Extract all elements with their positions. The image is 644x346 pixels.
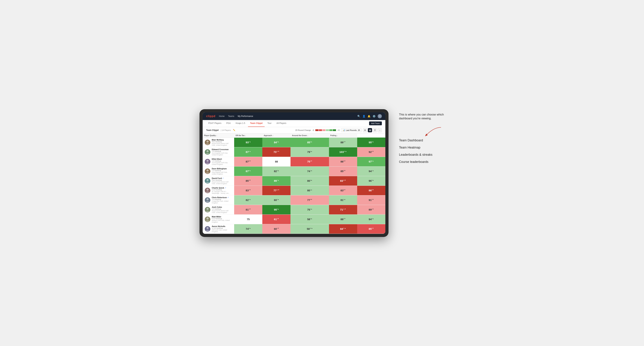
- grid-view-btn[interactable]: ⊞: [363, 128, 367, 132]
- score-value: 84: [340, 227, 343, 230]
- stat-cell: 866▼: [329, 157, 357, 166]
- col-header-tee[interactable]: Off the Tee ↓: [234, 134, 262, 138]
- bell-icon[interactable]: 🔔: [368, 115, 370, 118]
- settings-icon[interactable]: ⚙️: [372, 115, 376, 118]
- tab-tour[interactable]: Tour: [265, 120, 274, 127]
- score-value: 85: [307, 141, 310, 144]
- user-icon[interactable]: 👤: [362, 115, 366, 118]
- players-table: Player Quality ↓ Off the Tee ↓ Approach …: [203, 134, 385, 234]
- table-row[interactable]: David Ford ✓ Plus Handicap Royal North D…: [203, 176, 385, 185]
- score-value: 60: [274, 198, 277, 201]
- table-row[interactable]: Dave Billingham 1-5 Handicap Gog Magog G…: [203, 166, 385, 176]
- annotation-leaderboards: Leaderboards & streaks: [399, 153, 444, 157]
- player-name[interactable]: Aaron Nicholls: [212, 225, 232, 227]
- player-name[interactable]: Charlie Quick ✓: [212, 187, 232, 189]
- tab-pgat[interactable]: PGAT Players: [206, 120, 224, 127]
- player-handicap: Plus Handicap: [212, 179, 232, 181]
- add-team-button[interactable]: Add Team: [369, 121, 382, 125]
- player-name[interactable]: Edward Crossman: [212, 148, 232, 151]
- player-name[interactable]: Dave Billingham: [212, 168, 232, 170]
- svg-point-0: [206, 141, 208, 143]
- player-avatar: [205, 188, 210, 193]
- score-value: 77: [274, 189, 276, 192]
- stat-cell: 873▼: [234, 157, 262, 166]
- table-row[interactable]: Charlie Quick ✓ 6-10 Handicap St. George…: [203, 185, 385, 195]
- stat-cell: 7111▼: [329, 205, 357, 214]
- nav-link-home[interactable]: Home: [219, 115, 224, 117]
- search-icon[interactable]: 🔍: [357, 115, 360, 118]
- svg-point-10: [206, 188, 208, 191]
- player-club: Gog Magog Golf Club, United Kingdom: [212, 172, 232, 175]
- player-name[interactable]: Elliot Ebert: [212, 158, 232, 160]
- stat-cell: 75: [234, 214, 262, 224]
- player-info: Josh Coles 1-5 Handicap Royal North Devo…: [212, 206, 232, 213]
- player-avatar: [205, 169, 210, 174]
- table-row[interactable]: Chris Robertson ✓ 1-5 Handicap Craigmill…: [203, 195, 385, 205]
- player-info: David Ford ✓ Plus Handicap Royal North D…: [212, 177, 232, 184]
- stat-cell: 846▲: [262, 138, 290, 147]
- stat-cell: 5810▲: [290, 224, 329, 234]
- score-value: 83: [340, 179, 343, 182]
- player-name[interactable]: Matt Miller: [212, 216, 232, 218]
- col-header-approach[interactable]: Approach ↓: [262, 134, 290, 138]
- score-value: 89: [369, 208, 372, 211]
- stat-cell: 814▲: [329, 195, 357, 205]
- player-handicap: 11-15 Handicap: [212, 227, 232, 229]
- table-row[interactable]: Matt Miller 6-10 Handicap Woburn Golf Cl…: [203, 214, 385, 224]
- table-row[interactable]: Blair McHarg Plus Handicap Royal North D…: [203, 138, 385, 147]
- nav-link-teams[interactable]: Teams: [228, 115, 234, 117]
- tab-pga[interactable]: PGA: [224, 120, 233, 127]
- player-handicap: 1-5 Handicap: [212, 208, 232, 210]
- table-row[interactable]: Josh Coles 1-5 Handicap Royal North Devo…: [203, 205, 385, 214]
- score-value: 71: [340, 208, 343, 211]
- list-view-btn[interactable]: ☰: [373, 128, 377, 132]
- download-btn[interactable]: ↓: [378, 128, 382, 132]
- edit-icon[interactable]: ✏️: [233, 129, 235, 131]
- player-cell: David Ford ✓ Plus Handicap Royal North D…: [203, 176, 234, 185]
- last-rounds-button[interactable]: 📊 Last Rounds: 20: [341, 128, 362, 132]
- svg-point-12: [206, 198, 208, 200]
- tab-hcaps[interactable]: Hcaps 1-5: [234, 120, 247, 127]
- stat-cell: 8310▼: [329, 176, 357, 185]
- avatar[interactable]: U: [378, 114, 382, 118]
- score-value: 82: [246, 198, 249, 201]
- stat-cell: 868▼: [357, 185, 385, 195]
- player-name[interactable]: Blair McHarg: [212, 139, 232, 141]
- col-header-player[interactable]: Player Quality ↓: [203, 134, 234, 138]
- table-container: Player Quality ↓ Off the Tee ↓ Approach …: [203, 134, 385, 234]
- score-value: 73: [274, 151, 276, 154]
- stat-cell: 613▼: [262, 214, 290, 224]
- player-club: Sunningdale Golf Club, United Kingdom: [212, 152, 232, 156]
- green-mid-block: [329, 129, 332, 131]
- svg-point-15: [206, 211, 209, 212]
- stat-cell: 602▲: [262, 195, 290, 205]
- nav-link-performance[interactable]: My Performance: [238, 115, 253, 117]
- tab-all-players[interactable]: All Players: [274, 120, 288, 127]
- score-value: 85: [340, 170, 344, 173]
- annotation-team-dashboard: Team Dashboard: [399, 139, 444, 142]
- sub-header: Team Clippd | 14 Players ✏️ 20 Round Cha…: [203, 127, 385, 134]
- player-name[interactable]: David Ford ✓: [212, 177, 232, 179]
- stat-cell: 601▼: [262, 224, 290, 234]
- player-name[interactable]: Josh Coles: [212, 206, 232, 208]
- annotation-callout: This is where you can choose which dashb…: [399, 113, 444, 121]
- player-club: Sunningdale Golf Club, United Kingdom: [212, 162, 232, 165]
- stat-cell: 959▲: [357, 138, 385, 147]
- red-light-block: [322, 129, 326, 131]
- tab-team-clippd[interactable]: Team Clippd: [248, 120, 264, 127]
- score-value: 87: [246, 160, 249, 163]
- stat-cell: 897▲: [262, 176, 290, 185]
- heatmap-view-btn[interactable]: ▦: [368, 128, 372, 132]
- color-bar: [315, 129, 336, 131]
- stat-cell: 881▼: [329, 138, 357, 147]
- table-row[interactable]: Aaron Nicholls 11-15 Handicap Drift Golf…: [203, 224, 385, 234]
- col-header-around[interactable]: Around the Green ↓: [290, 134, 329, 138]
- stat-cell: 799▲: [290, 147, 329, 157]
- col-header-putting[interactable]: Putting ↓: [329, 134, 357, 138]
- table-row[interactable]: Elliot Ebert 1-5 Handicap Sunningdale Go…: [203, 157, 385, 166]
- score-value: 75: [307, 208, 310, 211]
- player-name[interactable]: Chris Robertson ✓: [212, 196, 232, 198]
- stat-cell: 892▼: [357, 205, 385, 214]
- table-row[interactable]: Edward Crossman 1-5 Handicap Sunningdale…: [203, 147, 385, 157]
- player-info: Matt Miller 6-10 Handicap Woburn Golf Cl…: [212, 216, 232, 223]
